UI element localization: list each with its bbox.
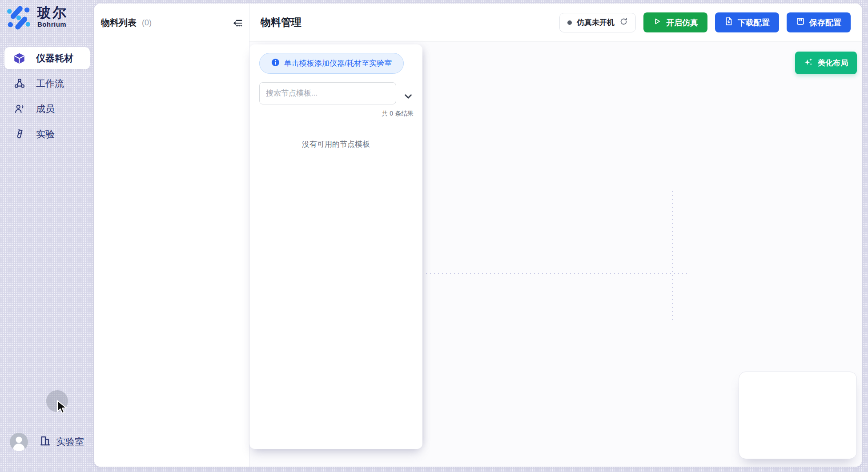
brand-name-en: Bohrium bbox=[37, 20, 68, 28]
refresh-icon[interactable] bbox=[619, 17, 628, 28]
material-list-count: (0) bbox=[142, 18, 152, 28]
save-config-label: 保存配置 bbox=[809, 17, 841, 28]
sidebar-item-workflow[interactable]: 工作流 bbox=[4, 72, 90, 95]
header-actions: 仿真未开机 开启仿真 bbox=[559, 12, 851, 32]
material-list-panel: 物料列表 (0) bbox=[94, 4, 249, 467]
file-download-icon bbox=[724, 17, 733, 28]
download-config-button[interactable]: 下载配置 bbox=[715, 12, 779, 32]
main-header: 物料管理 仿真未开机 bbox=[249, 4, 862, 42]
download-config-label: 下载配置 bbox=[738, 17, 770, 28]
sidebar-item-instruments[interactable]: 仪器耗材 bbox=[4, 47, 90, 69]
flow-canvas[interactable]: 单击模板添加仪器/耗材至实验室 共 0 条结果 没有可用的节点模板 bbox=[249, 42, 862, 467]
start-simulation-label: 开启仿真 bbox=[666, 17, 698, 28]
sidebar-item-members[interactable]: 成员 bbox=[4, 98, 90, 120]
brand-name-zh: 玻尔 bbox=[37, 5, 68, 20]
brand-text: 玻尔 Bohrium bbox=[37, 5, 68, 28]
results-count: 共 0 条结果 bbox=[382, 110, 414, 118]
material-list-header: 物料列表 (0) bbox=[101, 17, 244, 29]
page-title: 物料管理 bbox=[261, 16, 301, 29]
sidebar-nav: 仪器耗材 工作流 成员 bbox=[4, 47, 90, 148]
sidebar-bottom: 实验室 bbox=[0, 436, 94, 472]
cube-icon bbox=[13, 52, 25, 64]
start-simulation-button[interactable]: 开启仿真 bbox=[643, 12, 707, 32]
app-root: 玻尔 Bohrium 仪器耗材 bbox=[0, 0, 868, 472]
simulation-status-pill[interactable]: 仿真未开机 bbox=[559, 13, 636, 32]
alignment-guide-horizontal bbox=[426, 273, 689, 274]
template-hint-banner[interactable]: 单击模板添加仪器/耗材至实验室 bbox=[259, 53, 404, 74]
building-icon bbox=[39, 435, 51, 449]
play-icon bbox=[653, 17, 662, 28]
beautify-layout-label: 美化布局 bbox=[818, 58, 848, 68]
beautify-layout-button[interactable]: 美化布局 bbox=[795, 52, 857, 74]
collapse-panel-icon[interactable] bbox=[232, 17, 244, 29]
search-input[interactable] bbox=[259, 82, 396, 104]
empty-templates-message: 没有可用的节点模板 bbox=[249, 139, 422, 149]
brand: 玻尔 Bohrium bbox=[6, 5, 68, 32]
minimap[interactable] bbox=[739, 372, 857, 459]
sidebar-item-lab[interactable]: 实验室 bbox=[39, 435, 84, 449]
status-dot-icon bbox=[567, 20, 572, 25]
lab-label: 实验室 bbox=[56, 436, 84, 448]
workflow-icon bbox=[13, 78, 25, 90]
sidebar-item-experiments[interactable]: 实验 bbox=[4, 123, 90, 145]
mouse-cursor bbox=[56, 400, 69, 417]
info-icon bbox=[271, 58, 280, 69]
sparkles-icon bbox=[804, 57, 813, 69]
alignment-guide-vertical bbox=[672, 191, 673, 320]
bohrium-logo-icon bbox=[6, 5, 31, 32]
sidebar-item-label: 工作流 bbox=[36, 77, 64, 90]
simulation-status-label: 仿真未开机 bbox=[577, 17, 615, 28]
members-icon bbox=[13, 103, 25, 115]
template-panel: 单击模板添加仪器/耗材至实验室 共 0 条结果 没有可用的节点模板 bbox=[249, 44, 422, 449]
template-hint-text: 单击模板添加仪器/耗材至实验室 bbox=[284, 58, 392, 68]
sidebar-item-label: 成员 bbox=[36, 103, 55, 115]
experiment-icon bbox=[13, 128, 25, 140]
save-icon bbox=[796, 17, 805, 28]
sidebar-item-label: 仪器耗材 bbox=[36, 52, 73, 64]
sidebar-item-label: 实验 bbox=[36, 128, 55, 140]
content-card: 物料列表 (0) 物料管理 仿真未开机 bbox=[94, 4, 862, 467]
avatar[interactable] bbox=[10, 433, 28, 451]
save-config-button[interactable]: 保存配置 bbox=[787, 12, 851, 32]
chevron-down-icon[interactable] bbox=[402, 91, 414, 102]
material-list-title: 物料列表 bbox=[101, 17, 137, 29]
